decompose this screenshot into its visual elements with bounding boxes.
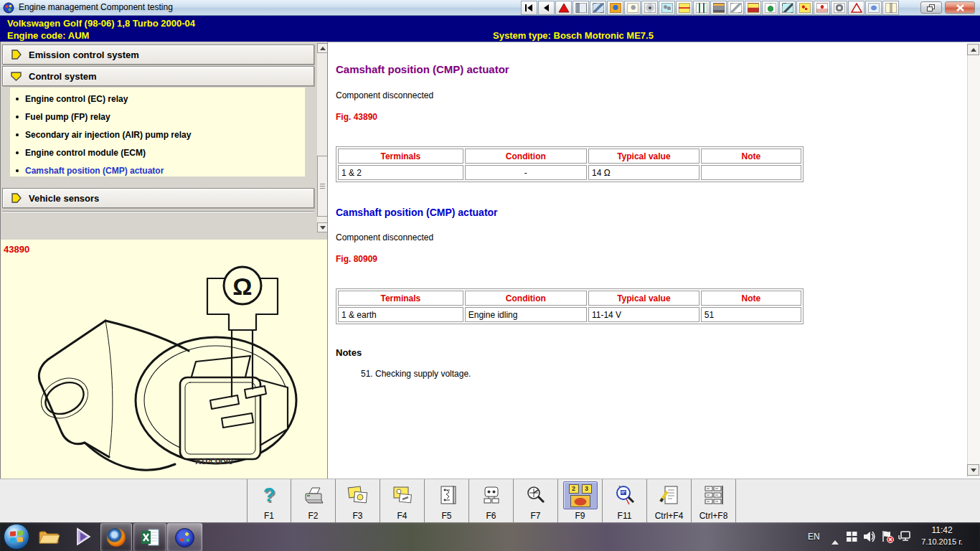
diagnostic-codes-icon[interactable] [745,1,761,15]
f3-figures-button[interactable]: F3 [336,479,380,522]
table-row: 1 & earth Engine idling 11-14 V 51 [338,307,801,322]
timing-gears-icon[interactable] [659,1,675,15]
taskbar-excel-button[interactable] [133,523,166,551]
sidebar-section-control-system[interactable]: Control system [2,66,314,86]
ctrl-f4-edit-document-button[interactable]: Ctrl+F4 [647,479,692,522]
excel-icon [140,528,160,547]
previous-icon[interactable] [538,1,555,15]
tyre-icon[interactable] [831,1,847,15]
clock[interactable]: 11:42 7.10.2015 г. [917,524,967,547]
content-scrollbar[interactable] [967,44,980,477]
f1-help-button[interactable]: ? F1 [247,479,291,522]
vehicle-header: Volkswagen Golf (98-06) 1,8 Turbo 2000-0… [0,16,980,42]
taskbar-explorer-button[interactable] [34,523,63,550]
vehicle-lift-icon[interactable] [693,1,710,15]
car-service-icon[interactable] [762,1,778,15]
section2-title[interactable]: Camshaft position (CMP) actuator [336,207,498,218]
language-indicator[interactable]: EN [808,532,820,542]
app-icon [3,2,14,14]
scroll-up-button[interactable] [317,43,328,53]
component-tree: Emission control system Control system E… [0,42,327,240]
column-header: Terminals [338,149,463,164]
scroll-thumb[interactable] [317,156,328,217]
section1-figure-ref[interactable]: Fig. 43890 [336,112,377,122]
sidebar-item-cmp-actuator[interactable]: Camshaft position (CMP) actuator [10,161,305,179]
scroll-up-button[interactable] [967,44,979,55]
f4-figure-tools-button[interactable]: F4 [380,479,425,522]
f6-connector-pins-button[interactable]: F6 [469,479,514,522]
sidebar-item-air-pump-relay[interactable]: Secondary air injection (AIR) pump relay [10,126,305,143]
volume-icon[interactable] [864,531,875,545]
restore-icon [927,4,936,11]
engine-code: Engine code: AUM [7,30,89,41]
table-cell: - [465,165,587,180]
f9-component-test-button[interactable]: 2 3 F9 [558,479,603,522]
mouse-icon[interactable] [624,1,641,15]
sidebar-item-ecm[interactable]: Engine control module (ECM) [10,143,305,161]
key-programming-icon[interactable] [727,1,744,15]
action-center-grid-icon[interactable] [847,532,857,545]
start-button[interactable] [4,524,29,550]
close-button[interactable] [945,1,975,14]
service-tools-icon[interactable] [590,1,606,15]
help-icon: ? [263,484,275,506]
warning-triangle-icon[interactable] [555,1,572,15]
engine-globe-icon[interactable] [607,1,623,15]
titlebar: Engine management Component testing [0,0,980,16]
f5-relay-document-button[interactable]: F5 [425,479,469,522]
explorer-folder-icon [38,528,60,545]
table-cell: 1 & 2 [338,165,463,180]
scroll-down-button[interactable] [967,464,979,476]
scroll-down-button[interactable] [317,222,328,232]
fuel-system-icon[interactable] [676,1,692,15]
abs-warning-icon[interactable] [848,1,864,15]
kmplayer-icon [75,527,92,546]
notes-heading: Notes [336,347,362,358]
f2-print-button[interactable]: F2 [291,479,336,522]
action-center-flag-icon[interactable] [881,530,894,546]
window-title: Engine management Component testing [19,0,173,16]
section1-table: Terminals Condition Typical value Note 1… [336,146,804,182]
ctrl-f8-data-list-button[interactable]: Ctrl+F8 [692,479,736,522]
section-label: Vehicle sensors [29,193,99,204]
windows-logo-icon [10,530,23,542]
bullet-icon [16,133,19,136]
tray-date: 7.10.2015 г. [917,536,967,547]
bullet-icon [16,169,19,172]
switch-test-icon[interactable] [882,1,899,15]
airbag-seat-icon[interactable] [814,1,830,15]
engine-management-icon[interactable] [865,1,882,15]
network-icon[interactable] [898,531,911,545]
section2-figure-ref[interactable]: Fig. 80909 [336,254,377,264]
sidebar-item-fp-relay[interactable]: Fuel pump (FP) relay [10,108,305,126]
taskbar-kmplayer-button[interactable] [69,523,98,550]
section2-table: Terminals Condition Typical value Note 1… [336,288,804,324]
restore-button[interactable] [920,1,942,14]
sidebar-section-vehicle-sensors[interactable]: Vehicle sensors [2,188,314,208]
autodata-icon [175,528,194,547]
show-hidden-icons-button[interactable] [831,534,839,547]
taskbar-autodata-button[interactable] [167,523,202,551]
sidebar-section-emission-control[interactable]: Emission control system [2,44,314,65]
chevron-down-icon [10,70,22,82]
screen: Engine management Component testing [0,0,980,551]
help-costs-icon[interactable] [796,1,813,15]
section1-title: Camshaft position (CMP) actuator [336,63,509,75]
first-record-icon[interactable] [521,1,537,15]
sidebar-item-ec-relay[interactable]: Engine control (EC) relay [10,90,305,108]
window-layout-icon[interactable] [573,1,589,15]
table-cell: 1 & earth [338,307,463,322]
paint-tools-icon[interactable] [779,1,796,15]
function-buttons: ? F1 F2 F3 F4 [247,479,736,522]
column-header: Typical value [588,291,699,306]
table-cell: 51 [701,307,801,322]
column-header: Note [701,291,801,306]
taskbar-firefox-button[interactable] [100,523,132,551]
firefox-icon [107,528,126,547]
f7-component-locator-button[interactable]: F7 [514,479,558,522]
titlebar-toolbar [521,1,899,15]
f11-locations-button[interactable]: F11 [603,479,647,522]
table-cell: 14 Ω [588,165,699,180]
truck-icon[interactable] [710,1,727,15]
wheel-icon[interactable] [641,1,658,15]
